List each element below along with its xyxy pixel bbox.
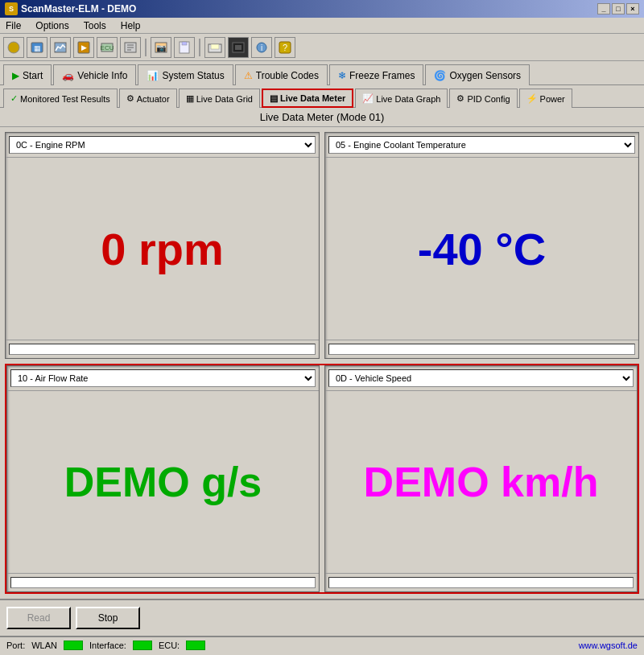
temp-value: -40 °C (418, 223, 546, 275)
vehicle-icon: 🚗 (62, 70, 74, 81)
system-icon: 📊 (147, 70, 159, 81)
svg-rect-15 (182, 42, 187, 45)
speed-demo-value: DEMO km/h (364, 458, 599, 506)
rpm-dropdown-container: 0C - Engine RPM (6, 133, 319, 158)
speed-progress-container (325, 573, 637, 591)
tab-start[interactable]: ▶ Start (3, 64, 52, 85)
maximize-button[interactable]: □ (612, 3, 625, 14)
airflow-dropdown[interactable]: 10 - Air Flow Rate (10, 369, 316, 387)
toolbar-btn-6[interactable] (120, 37, 141, 58)
menu-options[interactable]: Options (33, 19, 71, 32)
minimize-button[interactable]: _ (597, 3, 610, 14)
speed-dropdown-container: 0D - Vehicle Speed (325, 366, 637, 391)
menu-help[interactable]: Help (118, 19, 143, 32)
temp-progress-container (325, 340, 638, 358)
toolbar: ▦ ▶ ECU 📷 i ? (0, 34, 644, 61)
title-bar: S ScanMaster-ELM - DEMO _ □ × (0, 0, 644, 18)
speed-dropdown[interactable]: 0D - Vehicle Speed (328, 369, 634, 387)
tab-actuator-label: Actuator (137, 94, 170, 104)
app-icon: S (5, 2, 18, 15)
tab-system-status[interactable]: 📊 System Status (138, 64, 233, 85)
svg-text:▶: ▶ (81, 43, 87, 51)
toolbar-separator-2 (199, 39, 200, 56)
svg-rect-17 (211, 44, 219, 49)
tab-vehicle-info[interactable]: 🚗 Vehicle Info (53, 64, 136, 85)
tab-trouble-label: Trouble Codes (256, 70, 319, 81)
toolbar-separator-1 (145, 39, 147, 56)
toolbar-btn-7[interactable]: 📷 (151, 37, 171, 58)
menu-file[interactable]: File (3, 19, 23, 32)
title-bar-text: ScanMaster-ELM - DEMO (21, 3, 136, 14)
meter-icon: ▤ (270, 93, 278, 104)
svg-text:📷: 📷 (156, 43, 167, 53)
section-title-bar: Live Data Meter (Mode 01) (0, 108, 644, 127)
freeze-icon: ❄ (338, 70, 346, 81)
demo-outline-right: DEMO km/h (328, 391, 634, 573)
graph-icon: 📈 (362, 93, 374, 104)
start-icon: ▶ (12, 70, 19, 81)
toolbar-btn-3[interactable] (50, 37, 71, 58)
temp-dropdown-container: 05 - Engine Coolant Temperature (325, 133, 638, 158)
tab-actuator[interactable]: ⚙ Actuator (119, 89, 177, 108)
demo-outline-left: DEMO g/s (10, 391, 316, 573)
svg-point-0 (8, 42, 19, 53)
rpm-dropdown[interactable]: 0C - Engine RPM (9, 136, 316, 154)
speed-value-area: DEMO km/h (325, 391, 637, 573)
rpm-value: 0 rpm (101, 223, 224, 275)
toolbar-btn-5[interactable]: ECU (97, 37, 118, 58)
tab-freeze-label: Freeze Frames (349, 70, 415, 81)
tab-vehicle-label: Vehicle Info (77, 70, 127, 81)
toolbar-btn-8[interactable] (174, 37, 195, 58)
tab-pid-config[interactable]: ⚙ PID Config (449, 89, 517, 108)
airflow-value-area: DEMO g/s (7, 391, 319, 573)
tab-live-data-graph[interactable]: 📈 Live Data Graph (355, 89, 448, 108)
svg-text:i: i (261, 43, 262, 52)
tab-power[interactable]: ⚡ Power (519, 89, 572, 108)
title-bar-controls[interactable]: _ □ × (597, 3, 639, 14)
menu-tools[interactable]: Tools (81, 19, 109, 32)
bottom-meter-row: 10 - Air Flow Rate DEMO g/s 0D - Vehicle… (5, 364, 639, 594)
read-button[interactable]: Read (6, 607, 71, 629)
panel-coolant-temp: 05 - Engine Coolant Temperature -40 °C (324, 132, 639, 359)
port-value: WLAN (31, 641, 57, 650)
tab-freeze-frames[interactable]: ❄ Freeze Frames (329, 64, 423, 85)
tab-live-data-meter[interactable]: ▤ Live Data Meter (262, 89, 353, 108)
tab-graph-label: Live Data Graph (376, 94, 440, 104)
svg-text:▦: ▦ (34, 44, 41, 52)
toolbar-btn-9[interactable] (204, 37, 225, 58)
trouble-icon: ⚠ (244, 70, 253, 81)
rpm-progress-bar (9, 344, 316, 355)
temp-value-area: -40 °C (325, 158, 638, 340)
tab-system-label: System Status (162, 70, 224, 81)
tab-trouble-codes[interactable]: ⚠ Trouble Codes (235, 64, 328, 85)
temp-dropdown[interactable]: 05 - Engine Coolant Temperature (328, 136, 635, 154)
tab-meter-label: Live Data Meter (280, 93, 345, 103)
port-indicator (64, 641, 83, 650)
title-bar-left: S ScanMaster-ELM - DEMO (5, 2, 136, 15)
svg-text:ECU: ECU (101, 44, 114, 51)
monitored-icon: ✓ (10, 93, 18, 104)
pid-icon: ⚙ (456, 93, 464, 104)
stop-button[interactable]: Stop (76, 607, 140, 629)
svg-rect-19 (235, 45, 242, 50)
actuator-icon: ⚙ (126, 93, 134, 104)
toolbar-btn-4[interactable]: ▶ (73, 37, 94, 58)
interface-indicator (133, 641, 152, 650)
tab-live-data-grid[interactable]: ▦ Live Data Grid (179, 89, 260, 108)
toolbar-btn-12[interactable]: ? (275, 37, 295, 58)
temp-progress-bar (328, 344, 635, 355)
toolbar-btn-2[interactable]: ▦ (27, 37, 47, 58)
tab-oxygen-sensors[interactable]: 🌀 Oxygen Sensors (425, 64, 530, 85)
tab-power-label: Power (540, 94, 565, 104)
tab-monitored-test-results[interactable]: ✓ Monitored Test Results (3, 89, 118, 108)
ecu-label: ECU: (159, 641, 180, 650)
tab-oxygen-label: Oxygen Sensors (449, 70, 521, 81)
ecu-indicator (186, 641, 205, 650)
toolbar-btn-11[interactable]: i (251, 37, 272, 58)
close-button[interactable]: × (626, 3, 639, 14)
toolbar-btn-10[interactable] (228, 37, 249, 58)
panel-engine-rpm: 0C - Engine RPM 0 rpm (5, 132, 320, 359)
main-area: 0C - Engine RPM 0 rpm 05 - Engine Coolan… (0, 127, 644, 599)
website-link[interactable]: www.wgsoft.de (579, 641, 638, 650)
toolbar-btn-1[interactable] (3, 37, 24, 58)
